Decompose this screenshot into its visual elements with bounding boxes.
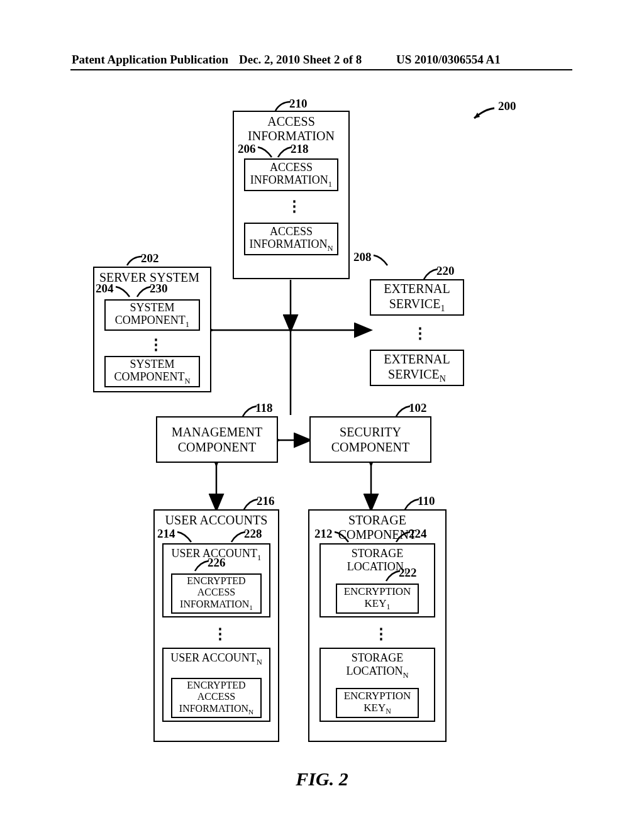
hook-icon bbox=[394, 531, 411, 543]
vdots-icon bbox=[213, 626, 228, 641]
figure-label: FIG. 2 bbox=[0, 768, 644, 790]
ref-224: 224 bbox=[409, 527, 427, 541]
access-information-title: ACCESS INFORMATION bbox=[234, 114, 348, 143]
external-service-1: EXTERNAL SERVICE1 bbox=[370, 279, 464, 316]
system-component-1: SYSTEM COMPONENT1 bbox=[104, 299, 200, 331]
ref-212: 212 bbox=[314, 527, 333, 541]
vdots-icon bbox=[374, 626, 389, 641]
encrypted-access-info-1: ENCRYPTED ACCESS INFORMATION1 bbox=[171, 573, 262, 614]
hook-icon bbox=[384, 570, 401, 582]
ref-200: 200 bbox=[498, 99, 516, 113]
encryption-key-n: ENCRYPTION KEYN bbox=[336, 688, 419, 718]
ref-210: 210 bbox=[289, 97, 308, 111]
ref-202: 202 bbox=[141, 252, 159, 265]
hook-icon bbox=[274, 101, 292, 113]
ref-206: 206 bbox=[238, 142, 256, 156]
hook-icon bbox=[176, 531, 194, 543]
security-component: SECURITY COMPONENT bbox=[309, 416, 431, 463]
hook-icon bbox=[242, 498, 259, 511]
hook-icon bbox=[372, 254, 390, 267]
ref-228: 228 bbox=[244, 527, 262, 541]
hook-icon bbox=[229, 531, 247, 543]
user-accounts-title: USER ACCOUNTS bbox=[155, 513, 278, 528]
access-information-container: ACCESS INFORMATION ACCESS INFORMATION1 A… bbox=[233, 111, 350, 279]
external-service-n: EXTERNAL SERVICEN bbox=[370, 350, 464, 386]
management-component: MANAGEMENT COMPONENT bbox=[156, 416, 278, 463]
user-accounts-container: USER ACCOUNTS USER ACCOUNT1 ENCRYPTED AC… bbox=[153, 509, 279, 742]
system-component-n: SYSTEM COMPONENTN bbox=[104, 356, 200, 387]
hook-icon bbox=[275, 146, 293, 158]
hook-icon bbox=[333, 531, 351, 543]
vdots-icon bbox=[148, 337, 164, 352]
user-account-1: USER ACCOUNT1 ENCRYPTED ACCESS INFORMATI… bbox=[162, 543, 270, 617]
storage-location-n: STORAGE LOCATIONN ENCRYPTION KEYN bbox=[319, 648, 435, 722]
ref-218: 218 bbox=[291, 142, 309, 156]
ref-230: 230 bbox=[150, 282, 168, 296]
ref-222: 222 bbox=[399, 566, 417, 580]
ref-220: 220 bbox=[436, 264, 455, 278]
hook-icon bbox=[135, 285, 152, 298]
user-account-n: USER ACCOUNTN ENCRYPTED ACCESS INFORMATI… bbox=[162, 648, 270, 722]
hook-icon bbox=[126, 255, 143, 268]
access-information-1: ACCESS INFORMATION1 bbox=[244, 158, 338, 191]
ref-204: 204 bbox=[96, 282, 114, 296]
access-information-n: ACCESS INFORMATIONN bbox=[244, 223, 338, 255]
hook-icon bbox=[421, 268, 439, 280]
encrypted-access-info-n: ENCRYPTED ACCESS INFORMATIONN bbox=[171, 678, 262, 718]
encryption-key-1: ENCRYPTION KEY1 bbox=[336, 584, 419, 614]
vdots-icon bbox=[413, 326, 428, 341]
hook-icon bbox=[394, 405, 411, 418]
vdots-icon bbox=[287, 199, 302, 214]
hook-icon bbox=[192, 560, 210, 572]
ref-200-arrow bbox=[470, 107, 496, 121]
figure-stage: 200 ACCESS INFORMATION ACCESS INFORMATIO… bbox=[0, 0, 644, 830]
ref-208: 208 bbox=[353, 250, 372, 264]
ref-110: 110 bbox=[418, 494, 435, 508]
hook-icon bbox=[114, 285, 132, 298]
hook-icon bbox=[402, 498, 420, 511]
hook-icon bbox=[257, 146, 274, 158]
hook-icon bbox=[240, 405, 258, 418]
storage-location-1: STORAGE LOCATION1 ENCRYPTION KEY1 bbox=[319, 543, 435, 617]
ref-226: 226 bbox=[208, 556, 226, 570]
storage-component-container: STORAGE COMPONENT STORAGE LOCATION1 ENCR… bbox=[308, 509, 447, 742]
ref-102: 102 bbox=[409, 401, 427, 415]
ref-214: 214 bbox=[157, 527, 175, 541]
ref-118: 118 bbox=[255, 401, 272, 415]
ref-216: 216 bbox=[257, 494, 275, 508]
